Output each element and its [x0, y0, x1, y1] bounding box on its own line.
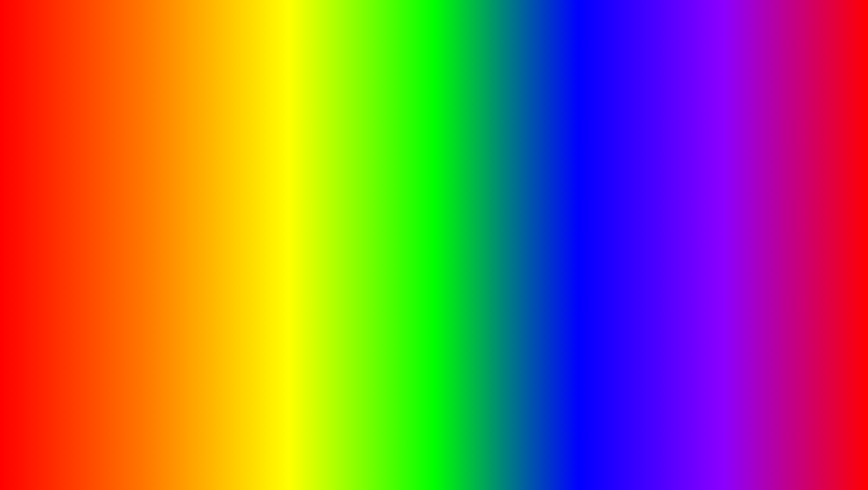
nav-info-label: Info	[100, 178, 110, 185]
gui-panel-left: 🎮 OSNAHAU2AK 🔴 Info 🏠 Main 🎁 Item	[43, 160, 277, 290]
next-island-row[interactable]: | Next Island	[498, 174, 624, 189]
bottom-farm: FARM	[183, 420, 346, 476]
kill-aura-row[interactable]: | Kill Aura	[498, 209, 624, 224]
auto-awakener-checkbox[interactable]	[610, 195, 618, 203]
avatar-icon-left: 🎮	[56, 174, 72, 188]
bottom-auto: AUTO	[37, 420, 184, 476]
weapon-dropdown-arrow: ▼	[260, 169, 265, 176]
checkmark: ✓	[259, 274, 264, 281]
kill-aura-label: | Kill Aura	[504, 214, 532, 220]
farm-level-label: | Farm Level	[154, 222, 189, 228]
nav-item-item[interactable]: 🎁 Item	[83, 208, 128, 223]
main-title: BLOX FRUITS	[0, 9, 868, 81]
farm-level-checkbox[interactable]	[257, 221, 265, 229]
chips-dropdown[interactable]: Select Chips : ▼	[498, 227, 624, 241]
logo-top-text: 🏴‍☠️	[809, 441, 844, 449]
v4-race-row[interactable]: | Turn On V4 Race	[148, 200, 271, 215]
bypass-tp-checkbox[interactable]	[257, 186, 265, 194]
raid-icon: 🏆	[438, 221, 445, 228]
nav-left: 🔴 Info 🏠 Main 🎁 Item 📊 Stats	[83, 174, 133, 258]
auto-awakener-label: | Auto Awakener	[504, 196, 550, 203]
avatar-left: 🎮	[48, 165, 80, 196]
logo-fruits: FRUITS	[809, 463, 844, 475]
item-icon: 🎁	[89, 212, 97, 219]
farm-nearest-label: | Farm Nearest	[154, 257, 196, 263]
nav-main-label: Main	[100, 196, 113, 202]
nav-raid-label: Raid	[449, 222, 461, 228]
buy-chip-label: | Buy Chip	[504, 266, 534, 272]
port-icon: 📍	[438, 238, 445, 245]
select-dungeon-label: | Select Dungeon	[504, 248, 552, 255]
set-spawn-checkbox[interactable]: ✓	[257, 273, 265, 281]
set-spawn-row[interactable]: | Set Spawn Point ✓	[148, 270, 271, 285]
farm-nearest-row[interactable]: | Farm Nearest	[148, 252, 271, 267]
main-icon: 🏠	[89, 195, 97, 202]
gui-header-right: 🎮 OSNAHAU2AK 🪶 RaceV4 ⚔️ PVP 🏆 Raid	[397, 174, 624, 276]
auto-awakener-row[interactable]: | Auto Awakener	[498, 192, 624, 207]
gui-header-left: 🎮 OSNAHAU2AK 🔴 Info 🏠 Main 🎁 Item	[48, 165, 271, 285]
logo-bottom-right: 🏴‍☠️ BLOX FRUITS	[798, 435, 855, 481]
username-left: OSNAHAU2AK	[83, 165, 145, 172]
checkbox-list-left: | Bypass TP | Turn On V4 Race	[148, 182, 271, 285]
select-dungeon-row[interactable]: | Select Dungeon	[498, 244, 624, 259]
nav-port-label: Port	[449, 239, 460, 245]
bottom-pastebin: PASTEBIN	[570, 420, 831, 476]
farm-nearest-checkbox[interactable]	[257, 256, 265, 264]
buy-chip-checkbox[interactable]	[610, 265, 618, 273]
racev4-right-icon: 🪶	[438, 187, 445, 194]
logo-badge: 🏴‍☠️ BLOX FRUITS	[798, 435, 855, 481]
checkbox-list-right: | Next Island | Auto Awakener	[498, 174, 624, 276]
nav-item-label: Item	[100, 213, 112, 219]
nav-stats-label: Stats	[100, 230, 114, 236]
pvp-icon: ⚔️	[438, 204, 445, 211]
stats-icon: 📊	[89, 229, 97, 236]
username-right: OSNAHAU2AK	[432, 174, 495, 181]
v4-race-label: | Turn On V4 Race	[154, 204, 206, 211]
nav-racev4-label: RaceV4	[100, 247, 121, 254]
bottom-script: SCRIPT	[362, 420, 554, 476]
farm-level-row[interactable]: | Farm Level	[148, 217, 271, 232]
auto-kaitan-label: | Auto Kaitan	[154, 239, 191, 246]
chips-dropdown-arrow: ▼	[613, 231, 618, 237]
logo-main: BLOX	[809, 449, 844, 463]
info-icon: 🔴	[89, 178, 97, 185]
weapon-dropdown[interactable]: Select Weapon : Melee ▼	[148, 165, 271, 180]
nav-item-pvp[interactable]: ⚔️ PVP	[432, 200, 477, 215]
racev4-icon: 🪶	[89, 246, 97, 254]
fps-bar-right: [FPS] : 41 11/09/2023 - 09:09:29 AM [ ID…	[397, 165, 624, 172]
nav-racev4-right-label: RaceV4	[449, 187, 470, 194]
avatar-right: 🎮	[397, 174, 428, 205]
select-dungeon-checkbox[interactable]	[610, 247, 618, 255]
auto-kaitan-checkbox[interactable]	[257, 238, 265, 246]
auto-kaitan-row[interactable]: | Auto Kaitan	[148, 235, 271, 250]
chips-dropdown-label: Select Chips :	[504, 231, 540, 237]
bypass-tp-label: | Bypass TP	[154, 187, 188, 193]
nav-item-info[interactable]: 🔴 Info	[83, 174, 128, 189]
weapon-dropdown-label: Select Weapon : Melee	[154, 169, 215, 176]
avatar-icon-right: 🎮	[405, 183, 421, 197]
main-content: BLOX FRUITS NO MISS SKILL NO KEY !! 🎮 OS…	[0, 0, 868, 490]
buy-chip-row[interactable]: | Buy Chip	[498, 261, 624, 276]
next-island-label: | Next Island	[504, 178, 539, 185]
nav-item-stats[interactable]: 📊 Stats	[83, 225, 128, 241]
bypass-tp-row[interactable]: | Bypass TP	[148, 182, 271, 197]
bottom-title: AUTO FARM SCRIPT PASTEBIN	[0, 419, 868, 477]
set-spawn-label: | Set Spawn Point	[154, 274, 204, 281]
nav-item-port[interactable]: 📍 Port	[432, 234, 477, 249]
nav-right: 🪶 RaceV4 ⚔️ PVP 🏆 Raid 📍 Port	[432, 183, 481, 249]
gui-panel-right: [FPS] : 41 11/09/2023 - 09:09:29 AM [ ID…	[391, 160, 630, 282]
nav-item-racev4-right[interactable]: 🪶 RaceV4	[432, 183, 477, 198]
nav-item-racev4[interactable]: 🪶 RaceV4	[83, 242, 128, 258]
orb-3	[391, 270, 409, 288]
nav-item-main[interactable]: 🏠 Main	[83, 191, 128, 206]
v4-race-checkbox[interactable]	[257, 203, 265, 211]
nav-item-raid[interactable]: 🏆 Raid	[432, 217, 477, 232]
next-island-checkbox[interactable]	[610, 178, 618, 186]
nav-pvp-label: PVP	[449, 205, 461, 211]
kill-aura-checkbox[interactable]	[610, 213, 618, 221]
